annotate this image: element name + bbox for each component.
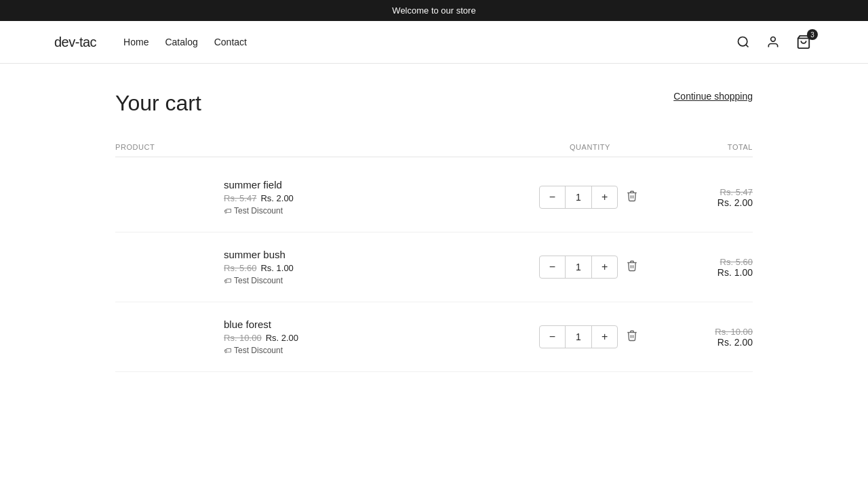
nav-home[interactable]: Home xyxy=(123,37,149,47)
delete-item-2[interactable] xyxy=(623,257,641,277)
column-product: PRODUCT xyxy=(115,143,522,151)
header-left: dev-tac Home Catalog Contact xyxy=(54,35,247,50)
item-total-original-1: Rs. 5.47 xyxy=(658,187,753,197)
cart-item: summer field Rs. 5.47 Rs. 2.00 🏷 Test Di… xyxy=(115,163,753,232)
trash-icon-2 xyxy=(626,260,638,272)
svg-point-2 xyxy=(771,37,776,42)
tag-icon-2: 🏷 xyxy=(224,277,231,285)
trash-icon-1 xyxy=(626,190,638,202)
discount-text-2: Test Discount xyxy=(234,276,283,285)
item-prices-1: Rs. 5.47 Rs. 2.00 xyxy=(224,193,522,203)
discount-text-3: Test Discount xyxy=(234,346,283,355)
item-total-3: Rs. 10.00 Rs. 2.00 xyxy=(658,327,753,348)
column-quantity: QUANTITY xyxy=(522,143,658,151)
qty-controls-1: − 1 + xyxy=(539,186,618,209)
quantity-section-1: − 1 + xyxy=(522,186,658,209)
item-original-price-2: Rs. 5.60 xyxy=(224,263,256,273)
item-total-sale-3: Rs. 2.00 xyxy=(658,337,753,348)
item-original-price-1: Rs. 5.47 xyxy=(224,193,256,203)
svg-line-1 xyxy=(746,45,749,47)
search-button[interactable] xyxy=(734,33,753,52)
delete-item-3[interactable] xyxy=(623,327,641,347)
logo[interactable]: dev-tac xyxy=(54,35,96,50)
quantity-section-3: − 1 + xyxy=(522,325,658,348)
qty-increase-2[interactable]: + xyxy=(592,256,617,278)
qty-decrease-2[interactable]: − xyxy=(540,256,565,278)
qty-increase-1[interactable]: + xyxy=(592,186,617,208)
search-icon xyxy=(736,35,750,49)
item-sale-price-2: Rs. 1.00 xyxy=(260,263,293,273)
item-name-3: blue forest xyxy=(224,319,522,330)
item-info-3: blue forest Rs. 10.00 Rs. 2.00 🏷 Test Di… xyxy=(115,319,522,355)
header-icons: 3 xyxy=(734,32,814,52)
item-sale-price-3: Rs. 2.00 xyxy=(266,333,298,343)
main-content: Your cart Continue shopping PRODUCT QUAN… xyxy=(61,64,807,399)
main-nav: Home Catalog Contact xyxy=(123,37,247,47)
item-total-original-2: Rs. 5.60 xyxy=(658,257,753,267)
qty-controls-2: − 1 + xyxy=(539,256,618,279)
item-discount-label-1: 🏷 Test Discount xyxy=(224,206,522,216)
nav-catalog[interactable]: Catalog xyxy=(165,37,197,47)
item-info-2: summer bush Rs. 5.60 Rs. 1.00 🏷 Test Dis… xyxy=(115,249,522,285)
cart-item: summer bush Rs. 5.60 Rs. 1.00 🏷 Test Dis… xyxy=(115,232,753,302)
discount-text-1: Test Discount xyxy=(234,206,283,216)
user-icon xyxy=(766,35,780,49)
item-total-original-3: Rs. 10.00 xyxy=(658,327,753,337)
item-total-sale-2: Rs. 1.00 xyxy=(658,267,753,278)
qty-value-3: 1 xyxy=(565,326,592,348)
delete-item-1[interactable] xyxy=(623,187,641,207)
quantity-section-2: − 1 + xyxy=(522,256,658,279)
qty-decrease-3[interactable]: − xyxy=(540,326,565,348)
item-prices-2: Rs. 5.60 Rs. 1.00 xyxy=(224,263,522,273)
announcement-text: Welcome to our store xyxy=(392,5,475,16)
qty-decrease-1[interactable]: − xyxy=(540,186,565,208)
item-total-sale-1: Rs. 2.00 xyxy=(658,197,753,208)
qty-controls-3: − 1 + xyxy=(539,325,618,348)
item-name-2: summer bush xyxy=(224,249,522,260)
tag-icon-1: 🏷 xyxy=(224,207,231,215)
item-discount-label-3: 🏷 Test Discount xyxy=(224,346,522,355)
column-total: TOTAL xyxy=(658,143,753,151)
item-total-1: Rs. 5.47 Rs. 2.00 xyxy=(658,187,753,208)
item-prices-3: Rs. 10.00 Rs. 2.00 xyxy=(224,333,522,343)
cart-title: Your cart xyxy=(115,91,201,116)
header: dev-tac Home Catalog Contact 3 xyxy=(0,21,868,64)
qty-increase-3[interactable]: + xyxy=(592,326,617,348)
item-name-1: summer field xyxy=(224,179,522,190)
item-sale-price-1: Rs. 2.00 xyxy=(260,193,293,203)
continue-shopping-button[interactable]: Continue shopping xyxy=(673,91,753,102)
trash-icon-3 xyxy=(626,329,638,342)
cart-header-row: Your cart Continue shopping xyxy=(115,91,753,116)
cart-badge: 3 xyxy=(807,29,818,40)
item-discount-label-2: 🏷 Test Discount xyxy=(224,276,522,285)
account-button[interactable] xyxy=(764,33,783,52)
qty-value-2: 1 xyxy=(565,256,592,278)
cart-button[interactable]: 3 xyxy=(793,32,814,52)
table-header: PRODUCT QUANTITY TOTAL xyxy=(115,138,753,157)
tag-icon-3: 🏷 xyxy=(224,346,231,354)
announcement-bar: Welcome to our store xyxy=(0,0,868,21)
svg-point-0 xyxy=(738,37,747,46)
nav-contact[interactable]: Contact xyxy=(214,37,247,47)
item-info-1: summer field Rs. 5.47 Rs. 2.00 🏷 Test Di… xyxy=(115,179,522,216)
qty-value-1: 1 xyxy=(565,186,592,208)
item-original-price-3: Rs. 10.00 xyxy=(224,333,262,343)
cart-items-list: summer field Rs. 5.47 Rs. 2.00 🏷 Test Di… xyxy=(115,163,753,372)
item-total-2: Rs. 5.60 Rs. 1.00 xyxy=(658,257,753,278)
cart-item: blue forest Rs. 10.00 Rs. 2.00 🏷 Test Di… xyxy=(115,302,753,372)
